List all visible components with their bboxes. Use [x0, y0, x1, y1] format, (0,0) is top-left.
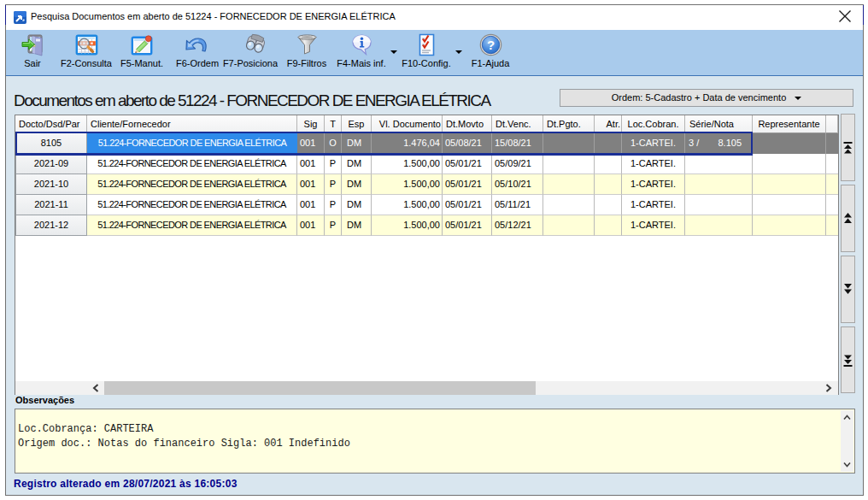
svg-text:?: ? — [486, 38, 494, 52]
